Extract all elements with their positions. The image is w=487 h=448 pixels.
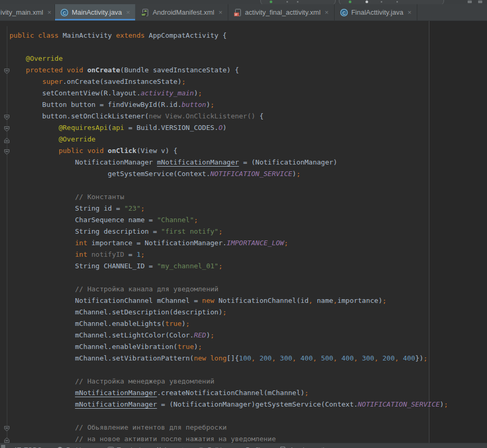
tool-window-button-app-inspection[interactable]: App Inspection: [280, 446, 331, 448]
fold-collapse-icon[interactable]: [4, 125, 10, 131]
close-icon[interactable]: ×: [407, 9, 412, 16]
fold-collapse-icon[interactable]: [4, 113, 10, 119]
svg-text:C: C: [63, 10, 67, 15]
code-line[interactable]: @Override: [9, 134, 487, 145]
tool-window-button-profiler[interactable]: Profiler: [236, 446, 265, 448]
android-studio-window: { "colors": { "accent_underline": "#4a88…: [0, 0, 487, 448]
tab-label: FinalActtivity.java: [351, 8, 403, 16]
stop-icon[interactable]: [366, 1, 368, 3]
code-line[interactable]: mNotificationManager = (NotificationMana…: [9, 399, 487, 410]
tab-androidmanifest-xml[interactable]: MFAndroidManifest.xml×: [136, 4, 228, 20]
tab-label: MainActivity.java: [72, 8, 122, 16]
fold-collapse-icon[interactable]: [4, 424, 10, 431]
code-line[interactable]: setContentView(R.layout.activity_main);: [9, 88, 487, 99]
svg-text:C: C: [342, 10, 346, 15]
tab-activity-final-acttivity-xml[interactable]: activity_final_acttivity.xml×: [228, 4, 335, 20]
code-line[interactable]: mChannel.enableVibration(true);: [9, 341, 487, 353]
android-manifest-icon: MF: [141, 8, 149, 17]
code-line[interactable]: NotificationManager mNotificationManager…: [9, 157, 487, 168]
editor-pane[interactable]: public class MainActivity extends AppCom…: [0, 21, 487, 448]
tool-window-label: TODO: [24, 446, 42, 448]
code-line[interactable]: NotificationChannel mChannel = new Notif…: [9, 295, 487, 307]
code-line[interactable]: mChannel.enableLights(true);: [9, 318, 487, 330]
tool-window-label: Logcat: [165, 446, 184, 448]
close-icon[interactable]: ×: [325, 9, 329, 16]
fold-end-icon[interactable]: [4, 136, 10, 143]
close-icon[interactable]: ×: [218, 9, 223, 16]
layout-xml-icon: [234, 8, 242, 17]
fold-end-icon[interactable]: [4, 436, 10, 442]
tab-ivity-main-xml[interactable]: ivity_main.xml×: [0, 4, 55, 20]
code-line[interactable]: button.setOnClickListener(new View.OnCli…: [9, 111, 487, 122]
code-line[interactable]: protected void onCreate(Bundle savedInst…: [9, 64, 487, 76]
toolbar-mark: [468, 1, 472, 3]
tab-label: AndroidManifest.xml: [152, 8, 214, 16]
code-line[interactable]: // Настройка канала для уведомлений: [9, 283, 487, 295]
code-line[interactable]: mChannel.setDescription(description);: [9, 307, 487, 318]
fold-collapse-icon[interactable]: [4, 148, 10, 154]
toolbar-mark: [381, 1, 382, 3]
code-line[interactable]: // Обьявление интентов для переброски: [9, 422, 487, 433]
tool-window-label: Profiler: [246, 446, 265, 448]
tab-mainactivity-java[interactable]: CMainActivity.java×: [55, 4, 136, 20]
code-line[interactable]: int importance = NotificationManager.IMP…: [9, 237, 487, 249]
tool-window-button-terminal[interactable]: Terminal: [107, 446, 140, 448]
tool-window-button-problems[interactable]: Problems: [57, 446, 93, 448]
code-line[interactable]: getSystemService(Context.NOTIFICATION_SE…: [9, 168, 487, 180]
code-line[interactable]: CharSequence name = "Channel";: [9, 214, 487, 226]
code-line[interactable]: [9, 364, 487, 376]
window-icon-fragment[interactable]: [1, 445, 5, 448]
code-line[interactable]: [9, 410, 487, 422]
fold-collapse-icon[interactable]: [4, 67, 10, 73]
run-icon[interactable]: [270, 1, 272, 3]
code-line[interactable]: mChannel.setVibrationPattern(new long[]{…: [9, 353, 487, 364]
code-line[interactable]: [9, 180, 487, 191]
tab-label: activity_final_acttivity.xml: [245, 8, 320, 16]
java-class-icon: C: [340, 8, 348, 17]
code-line[interactable]: mChannel.setLightColor(Color.RED);: [9, 330, 487, 341]
tool-window-label: Problems: [66, 446, 93, 448]
code-line[interactable]: [9, 272, 487, 283]
editor-tab-bar: ivity_main.xml×CMainActivity.java×MFAndr…: [0, 4, 487, 21]
code-line[interactable]: @Override: [9, 53, 487, 64]
code-line[interactable]: // Константы: [9, 191, 487, 203]
code-line[interactable]: @RequiresApi(api = Build.VERSION_CODES.O…: [9, 122, 487, 134]
code-line[interactable]: String id = "23";: [9, 203, 487, 214]
code-line[interactable]: String description = "first notify";: [9, 226, 487, 237]
toolbar-mark: [286, 1, 288, 3]
close-icon[interactable]: ×: [47, 9, 51, 16]
code-line[interactable]: public class MainActivity extends AppCom…: [9, 30, 487, 41]
code-line[interactable]: [9, 41, 487, 53]
code-line[interactable]: super.onCreate(savedInstanceState);: [9, 76, 487, 88]
toolbar-mark: [297, 1, 298, 3]
code-line[interactable]: String CHANNEL_ID = "my_channel_01";: [9, 260, 487, 272]
code-line[interactable]: int notifyID = 1;: [9, 249, 487, 260]
tool-window-label: Build: [208, 446, 222, 448]
code-line[interactable]: // Настройка менеджера уведомлений: [9, 376, 487, 387]
tool-window-button-logcat[interactable]: Logcat: [156, 446, 184, 448]
code-line[interactable]: Button button = findViewById(R.id.button…: [9, 99, 487, 111]
close-icon[interactable]: ×: [126, 9, 130, 16]
tab-finalacttivity-java[interactable]: CFinalActtivity.java×: [335, 4, 417, 20]
tool-window-bar: TODOProblemsTerminalLogcatBuildProfilerA…: [0, 443, 487, 448]
tab-label: ivity_main.xml: [1, 8, 43, 16]
toolbar-mark: [478, 1, 482, 3]
debug-icon[interactable]: [349, 1, 351, 3]
tool-window-label: App Inspection: [290, 446, 331, 448]
tool-window-label: Terminal: [117, 446, 140, 448]
svg-text:MF: MF: [142, 13, 147, 16]
code-line[interactable]: mNotificationManager.createNotificationC…: [9, 387, 487, 399]
tool-window-button-build[interactable]: Build: [198, 446, 222, 448]
toolbar-mark: [396, 1, 398, 3]
tool-window-button-todo[interactable]: TODO: [15, 446, 42, 448]
code-line[interactable]: public void onClick(View v) {: [9, 145, 487, 157]
code-area[interactable]: public class MainActivity extends AppCom…: [0, 21, 487, 445]
java-class-icon: C: [60, 8, 69, 17]
